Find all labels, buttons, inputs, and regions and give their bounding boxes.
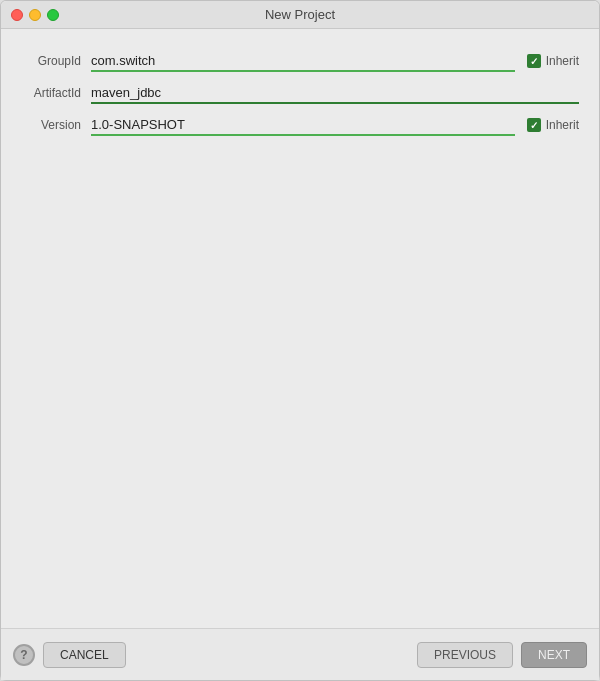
maximize-button[interactable] — [47, 9, 59, 21]
artifactid-input[interactable] — [91, 83, 579, 104]
groupid-inherit-section: Inherit — [527, 54, 579, 68]
version-input-wrapper — [91, 115, 515, 136]
footer: ? CANCEL PREVIOUS NEXT — [1, 628, 599, 680]
groupid-row: GroupId Inherit — [21, 45, 579, 77]
previous-button[interactable]: PREVIOUS — [417, 642, 513, 668]
next-button[interactable]: NEXT — [521, 642, 587, 668]
version-input[interactable] — [91, 115, 515, 136]
form-content: GroupId Inherit ArtifactId Version — [1, 29, 599, 628]
cancel-button[interactable]: CANCEL — [43, 642, 126, 668]
version-row: Version Inherit — [21, 109, 579, 141]
form-area: GroupId Inherit ArtifactId Version — [21, 45, 579, 141]
close-button[interactable] — [11, 9, 23, 21]
groupid-inherit-label: Inherit — [546, 54, 579, 68]
title-bar: New Project — [1, 1, 599, 29]
new-project-window: New Project GroupId Inherit ArtifactId — [0, 0, 600, 681]
footer-right: PREVIOUS NEXT — [417, 642, 587, 668]
window-title: New Project — [265, 7, 335, 22]
traffic-lights — [11, 9, 59, 21]
groupid-label: GroupId — [21, 54, 91, 68]
artifactid-row: ArtifactId — [21, 77, 579, 109]
artifactid-input-wrapper — [91, 83, 579, 104]
help-icon[interactable]: ? — [13, 644, 35, 666]
version-label: Version — [21, 118, 91, 132]
groupid-inherit-checkbox[interactable] — [527, 54, 541, 68]
minimize-button[interactable] — [29, 9, 41, 21]
groupid-input[interactable] — [91, 51, 515, 72]
groupid-input-wrapper — [91, 51, 515, 72]
version-inherit-checkbox[interactable] — [527, 118, 541, 132]
footer-left: ? CANCEL — [13, 642, 126, 668]
version-inherit-section: Inherit — [527, 118, 579, 132]
artifactid-label: ArtifactId — [21, 86, 91, 100]
version-inherit-label: Inherit — [546, 118, 579, 132]
